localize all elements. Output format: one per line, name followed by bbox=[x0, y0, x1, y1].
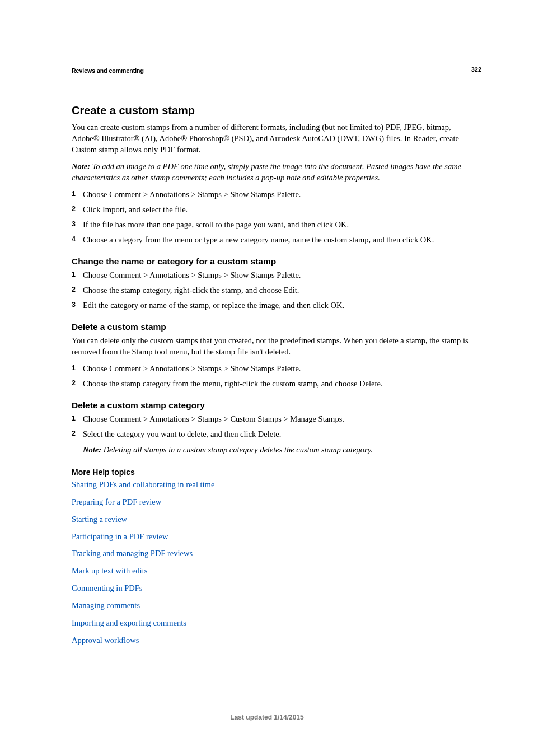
step-item: Select the category you want to delete, … bbox=[72, 428, 479, 455]
step-item: Choose Comment > Annotations > Stamps > … bbox=[72, 413, 479, 424]
breadcrumb: Reviews and commenting bbox=[72, 67, 479, 74]
step-item: If the file has more than one page, scro… bbox=[72, 219, 479, 230]
more-help-links: Sharing PDFs and collaborating in real t… bbox=[72, 479, 479, 645]
step-item: Click Import, and select the file. bbox=[72, 204, 479, 215]
step-item: Choose the stamp category from the menu,… bbox=[72, 378, 479, 389]
steps-change: Choose Comment > Annotations > Stamps > … bbox=[72, 269, 479, 311]
page-number-rule bbox=[469, 64, 469, 79]
help-link[interactable]: Participating in a PDF review bbox=[72, 531, 479, 542]
step-item: Choose Comment > Annotations > Stamps > … bbox=[72, 363, 479, 374]
help-link[interactable]: Managing comments bbox=[72, 600, 479, 611]
step-item: Edit the category or name of the stamp, … bbox=[72, 300, 479, 311]
intro-note-text: To add an image to a PDF one time only, … bbox=[72, 162, 461, 182]
heading-create-custom-stamp: Create a custom stamp bbox=[72, 104, 479, 117]
intro-note: Note: To add an image to a PDF one time … bbox=[72, 161, 479, 183]
heading-more-help-topics: More Help topics bbox=[72, 468, 479, 477]
help-link[interactable]: Sharing PDFs and collaborating in real t… bbox=[72, 479, 479, 490]
step-item: Choose a category from the menu or type … bbox=[72, 234, 479, 245]
page-number: 322 bbox=[471, 66, 481, 73]
help-link[interactable]: Mark up text with edits bbox=[72, 566, 479, 576]
note-label: Note: bbox=[72, 162, 92, 171]
help-link[interactable]: Importing and exporting comments bbox=[72, 618, 479, 628]
steps-create: Choose Comment > Annotations > Stamps > … bbox=[72, 189, 479, 245]
delete-category-note-text: Deleting all stamps in a custom stamp ca… bbox=[104, 445, 373, 454]
help-link[interactable]: Commenting in PDFs bbox=[72, 583, 479, 594]
help-link[interactable]: Starting a review bbox=[72, 514, 479, 525]
help-link[interactable]: Preparing for a PDF review bbox=[72, 497, 479, 507]
step-text: Select the category you want to delete, … bbox=[83, 430, 281, 438]
step-item: Choose the stamp category, right-click t… bbox=[72, 284, 479, 296]
delete-category-note: Note: Deleting all stamps in a custom st… bbox=[83, 444, 479, 455]
heading-change-name-category: Change the name or category for a custom… bbox=[72, 256, 479, 267]
steps-delete-category: Choose Comment > Annotations > Stamps > … bbox=[72, 413, 479, 455]
heading-delete-stamp-category: Delete a custom stamp category bbox=[72, 400, 479, 410]
step-item: Choose Comment > Annotations > Stamps > … bbox=[72, 189, 479, 200]
note-label: Note: bbox=[83, 445, 104, 454]
delete-stamp-paragraph: You can delete only the custom stamps th… bbox=[72, 335, 479, 357]
steps-delete-stamp: Choose Comment > Annotations > Stamps > … bbox=[72, 363, 479, 389]
help-link[interactable]: Approval workflows bbox=[72, 635, 479, 646]
footer-last-updated: Last updated 1/14/2015 bbox=[0, 713, 534, 721]
heading-delete-custom-stamp: Delete a custom stamp bbox=[72, 322, 479, 332]
help-link[interactable]: Tracking and managing PDF reviews bbox=[72, 548, 479, 559]
intro-paragraph: You can create custom stamps from a numb… bbox=[72, 122, 479, 155]
step-item: Choose Comment > Annotations > Stamps > … bbox=[72, 269, 479, 281]
